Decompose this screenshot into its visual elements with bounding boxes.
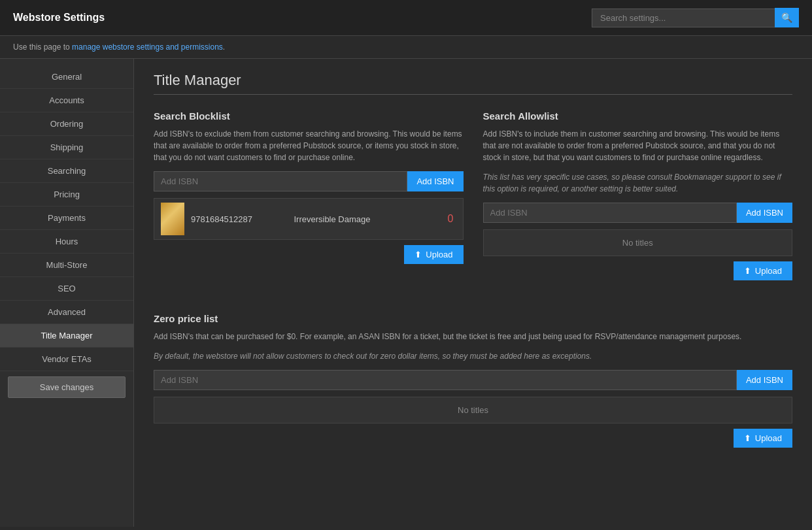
upload-icon: ⬆ [414, 250, 422, 259]
layout: General Accounts Ordering Shipping Searc… [0, 59, 812, 527]
app-title: Webstore Settings [13, 12, 105, 24]
two-col-section: Search Blocklist Add ISBN's to exclude t… [154, 110, 792, 293]
allowlist-upload-button[interactable]: ⬆ Upload [734, 261, 792, 280]
save-changes-button[interactable]: Save changes [8, 376, 126, 398]
book-cover [161, 203, 184, 235]
sidebar-item-pricing[interactable]: Pricing [0, 183, 133, 207]
search-button[interactable]: 🔍 [775, 8, 799, 27]
allowlist-isbn-row: Add ISBN [483, 203, 793, 223]
divider [154, 94, 792, 95]
sidebar-item-advanced[interactable]: Advanced [0, 301, 133, 324]
upload-label: Upload [426, 250, 452, 259]
book-remove-button[interactable]: 0 [445, 213, 456, 225]
upload-label: Upload [755, 266, 782, 276]
zero-price-description: Add ISBN's that can be purchased for $0.… [154, 331, 792, 342]
subtitle-text: Use this page to manage webstore setting… [13, 42, 225, 52]
blocklist-isbn-row: Add ISBN [154, 171, 464, 191]
book-title: Irreversible Damage [294, 214, 438, 224]
manage-link[interactable]: manage webstore settings and permissions [72, 42, 223, 52]
upload-label: Upload [755, 433, 782, 443]
allowlist-add-isbn-button[interactable]: Add ISBN [737, 203, 792, 223]
subtitle-bar: Use this page to manage webstore setting… [0, 36, 812, 59]
upload-icon: ⬆ [744, 433, 751, 443]
book-thumbnail [161, 203, 184, 235]
zero-price-isbn-row: Add ISBN [154, 370, 792, 390]
sidebar-item-title-manager[interactable]: Title Manager [0, 324, 133, 348]
sidebar-item-multi-store[interactable]: Multi-Store [0, 254, 133, 277]
zero-price-upload-area: ⬆ Upload [154, 429, 792, 448]
main-content: Title Manager Search Blocklist Add ISBN'… [134, 59, 812, 527]
sidebar-item-vendor-etas[interactable]: Vendor ETAs [0, 348, 133, 371]
sidebar-item-payments[interactable]: Payments [0, 207, 133, 230]
sidebar-item-searching[interactable]: Searching [0, 159, 133, 183]
sidebar-item-general[interactable]: General [0, 65, 133, 89]
top-bar: Webstore Settings 🔍 [0, 0, 812, 36]
table-row: 9781684512287 Irreversible Damage 0 [154, 198, 464, 240]
zero-price-note: By default, the webstore will not allow … [154, 350, 792, 362]
allowlist-title: Search Allowlist [483, 110, 793, 122]
upload-icon: ⬆ [744, 266, 751, 276]
zero-price-no-titles: No titles [154, 397, 792, 423]
sidebar: General Accounts Ordering Shipping Searc… [0, 59, 134, 527]
blocklist-title: Search Blocklist [154, 110, 464, 122]
sidebar-item-shipping[interactable]: Shipping [0, 136, 133, 159]
allowlist-note: This list has very specific use cases, s… [483, 171, 793, 195]
blocklist-add-isbn-button[interactable]: Add ISBN [407, 171, 463, 191]
book-isbn: 9781684512287 [191, 214, 287, 224]
sidebar-item-hours[interactable]: Hours [0, 230, 133, 254]
search-allowlist-section: Search Allowlist Add ISBN's to include t… [483, 110, 793, 293]
zero-price-add-isbn-button[interactable]: Add ISBN [737, 370, 792, 390]
blocklist-upload-button[interactable]: ⬆ Upload [404, 245, 463, 264]
search-blocklist-section: Search Blocklist Add ISBN's to exclude t… [154, 110, 464, 293]
allowlist-description: Add ISBN's to include them in customer s… [483, 128, 793, 163]
search-bar: 🔍 [592, 8, 799, 27]
sidebar-item-ordering[interactable]: Ordering [0, 112, 133, 136]
sidebar-item-accounts[interactable]: Accounts [0, 89, 133, 112]
zero-price-upload-button[interactable]: ⬆ Upload [734, 429, 792, 448]
blocklist-isbn-input[interactable] [154, 171, 407, 191]
blocklist-description: Add ISBN's to exclude them from customer… [154, 128, 464, 163]
allowlist-no-titles: No titles [483, 229, 793, 256]
zero-price-section: Zero price list Add ISBN's that can be p… [154, 313, 792, 448]
zero-price-title: Zero price list [154, 313, 792, 324]
sidebar-item-seo[interactable]: SEO [0, 277, 133, 301]
allowlist-isbn-input[interactable] [483, 203, 737, 223]
page-title: Title Manager [154, 72, 792, 89]
search-input[interactable] [592, 8, 775, 27]
zero-price-isbn-input[interactable] [154, 370, 737, 390]
allowlist-upload-area: ⬆ Upload [483, 261, 793, 280]
blocklist-upload-area: ⬆ Upload [154, 245, 464, 264]
